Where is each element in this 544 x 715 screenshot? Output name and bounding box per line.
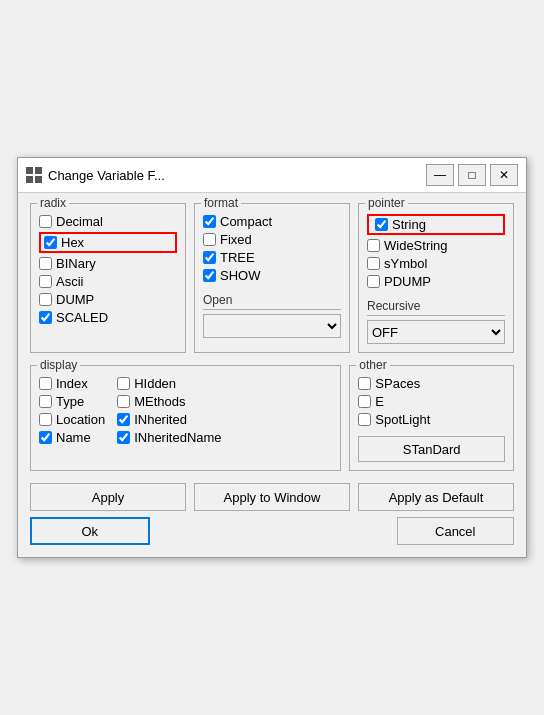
pointer-string-checkbox[interactable]	[375, 218, 388, 231]
minimize-button[interactable]: —	[426, 164, 454, 186]
display-inherited-checkbox[interactable]	[117, 413, 130, 426]
display-inherited-label: INherited	[134, 412, 187, 427]
pointer-content: String WideString sYmbol PDUMP	[367, 214, 505, 344]
format-tree-checkbox[interactable]	[203, 251, 216, 264]
display-methods-checkbox[interactable]	[117, 395, 130, 408]
format-tree-row[interactable]: TREE	[203, 250, 341, 265]
ok-button[interactable]: Ok	[30, 517, 150, 545]
recursive-dropdown-row: OFF ON	[367, 320, 505, 344]
radix-dump-row[interactable]: DUMP	[39, 292, 177, 307]
radix-dump-checkbox[interactable]	[39, 293, 52, 306]
radix-scaled-checkbox[interactable]	[39, 311, 52, 324]
display-type-checkbox[interactable]	[39, 395, 52, 408]
other-group: other SPaces E SpotLight STanDard	[349, 365, 514, 471]
display-location-checkbox[interactable]	[39, 413, 52, 426]
recursive-label: Recursive	[367, 299, 420, 313]
radix-ascii-checkbox[interactable]	[39, 275, 52, 288]
format-group: format Compact Fixed TREE	[194, 203, 350, 353]
maximize-button[interactable]: □	[458, 164, 486, 186]
pointer-pdump-checkbox[interactable]	[367, 275, 380, 288]
pointer-symbol-checkbox[interactable]	[367, 257, 380, 270]
radix-hex-checkbox[interactable]	[44, 236, 57, 249]
display-name-checkbox[interactable]	[39, 431, 52, 444]
pointer-widestring-label: WideString	[384, 238, 448, 253]
open-dropdown[interactable]	[203, 314, 341, 338]
format-content: Compact Fixed TREE SHOW O	[203, 214, 341, 338]
content-area: radix Decimal Hex BINary	[18, 193, 526, 557]
display-hidden-checkbox[interactable]	[117, 377, 130, 390]
bottom-groups-row: display Index Type Location	[30, 365, 514, 471]
format-compact-row[interactable]: Compact	[203, 214, 341, 229]
display-index-checkbox[interactable]	[39, 377, 52, 390]
other-content: SPaces E SpotLight STanDard	[358, 376, 505, 462]
radix-ascii-label: Ascii	[56, 274, 83, 289]
display-inheritedname-row[interactable]: INheritedName	[117, 430, 221, 445]
radix-content: Decimal Hex BINary Ascii	[39, 214, 177, 325]
format-show-row[interactable]: SHOW	[203, 268, 341, 283]
radix-ascii-row[interactable]: Ascii	[39, 274, 177, 289]
other-spotlight-row[interactable]: SpotLight	[358, 412, 505, 427]
radix-hex-row[interactable]: Hex	[39, 232, 177, 253]
close-button[interactable]: ✕	[490, 164, 518, 186]
pointer-widestring-row[interactable]: WideString	[367, 238, 505, 253]
other-spaces-row[interactable]: SPaces	[358, 376, 505, 391]
pointer-widestring-checkbox[interactable]	[367, 239, 380, 252]
apply-button[interactable]: Apply	[30, 483, 186, 511]
display-inherited-row[interactable]: INherited	[117, 412, 221, 427]
format-fixed-row[interactable]: Fixed	[203, 232, 341, 247]
title-bar: Change Variable F... — □ ✕	[18, 158, 526, 193]
display-methods-label: MEthods	[134, 394, 185, 409]
other-spotlight-checkbox[interactable]	[358, 413, 371, 426]
open-dropdown-row	[203, 314, 341, 338]
display-index-row[interactable]: Index	[39, 376, 105, 391]
display-methods-row[interactable]: MEthods	[117, 394, 221, 409]
recursive-dropdown[interactable]: OFF ON	[367, 320, 505, 344]
radix-scaled-row[interactable]: SCALED	[39, 310, 177, 325]
other-spaces-label: SPaces	[375, 376, 420, 391]
radix-group: radix Decimal Hex BINary	[30, 203, 186, 353]
pointer-pdump-row[interactable]: PDUMP	[367, 274, 505, 289]
recursive-section: Recursive OFF ON	[367, 298, 505, 344]
radix-decimal-row[interactable]: Decimal	[39, 214, 177, 229]
display-inheritedname-checkbox[interactable]	[117, 431, 130, 444]
display-name-row[interactable]: Name	[39, 430, 105, 445]
format-fixed-checkbox[interactable]	[203, 233, 216, 246]
format-compact-label: Compact	[220, 214, 272, 229]
apply-as-default-button[interactable]: Apply as Default	[358, 483, 514, 511]
display-location-row[interactable]: Location	[39, 412, 105, 427]
top-groups-row: radix Decimal Hex BINary	[30, 203, 514, 353]
radix-dump-label: DUMP	[56, 292, 94, 307]
pointer-symbol-row[interactable]: sYmbol	[367, 256, 505, 271]
other-e-label: E	[375, 394, 384, 409]
display-hidden-row[interactable]: HIdden	[117, 376, 221, 391]
format-tree-label: TREE	[220, 250, 255, 265]
display-index-label: Index	[56, 376, 88, 391]
buttons-row1: Apply Apply to Window Apply as Default	[30, 483, 514, 511]
apply-to-window-button[interactable]: Apply to Window	[194, 483, 350, 511]
open-label: Open	[203, 293, 232, 307]
cancel-button[interactable]: Cancel	[397, 517, 515, 545]
standard-button[interactable]: STanDard	[358, 436, 505, 462]
pointer-symbol-label: sYmbol	[384, 256, 427, 271]
display-col1: Index Type Location Name	[39, 376, 105, 445]
radix-binary-checkbox[interactable]	[39, 257, 52, 270]
format-show-checkbox[interactable]	[203, 269, 216, 282]
radix-label: radix	[37, 196, 69, 210]
other-spaces-checkbox[interactable]	[358, 377, 371, 390]
window-title: Change Variable F...	[48, 168, 426, 183]
radix-scaled-label: SCALED	[56, 310, 108, 325]
display-location-label: Location	[56, 412, 105, 427]
other-e-row[interactable]: E	[358, 394, 505, 409]
format-show-label: SHOW	[220, 268, 260, 283]
radix-decimal-checkbox[interactable]	[39, 215, 52, 228]
display-type-label: Type	[56, 394, 84, 409]
display-type-row[interactable]: Type	[39, 394, 105, 409]
pointer-pdump-label: PDUMP	[384, 274, 431, 289]
display-col2: HIdden MEthods INherited INheritedN	[117, 376, 221, 445]
other-e-checkbox[interactable]	[358, 395, 371, 408]
display-inheritedname-label: INheritedName	[134, 430, 221, 445]
display-hidden-label: HIdden	[134, 376, 176, 391]
radix-binary-row[interactable]: BINary	[39, 256, 177, 271]
format-compact-checkbox[interactable]	[203, 215, 216, 228]
pointer-string-row[interactable]: String	[367, 214, 505, 235]
